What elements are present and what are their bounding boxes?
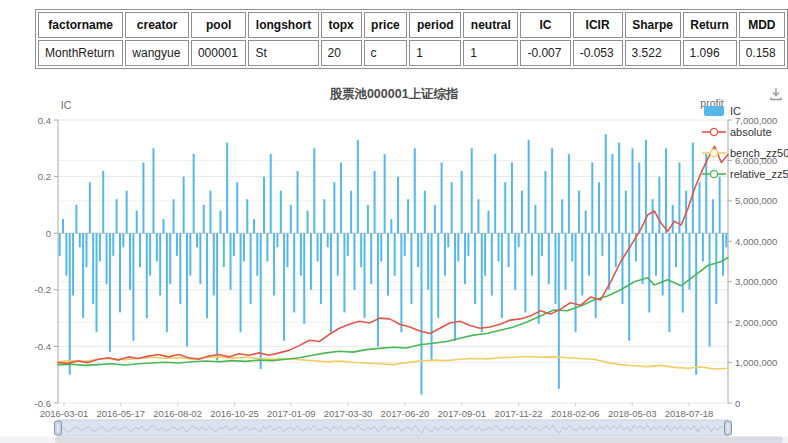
svg-text:-0.2: -0.2 [35, 284, 51, 295]
svg-text:2016-10-25: 2016-10-25 [210, 408, 259, 419]
legend-item-absolute[interactable]: absolute [702, 127, 788, 137]
svg-text:-0.4: -0.4 [35, 341, 51, 352]
svg-text:2017-11-22: 2017-11-22 [495, 408, 543, 419]
legend-label: relative_zz500 [730, 168, 788, 180]
legend-item-relative_zz500[interactable]: relative_zz500 [702, 169, 788, 179]
svg-text:1,000,000: 1,000,000 [735, 357, 777, 368]
svg-text:2017-01-09: 2017-01-09 [267, 408, 316, 419]
legend-line-marker [702, 168, 726, 180]
svg-text:5,000,000: 5,000,000 [735, 195, 777, 206]
svg-text:2,000,000: 2,000,000 [735, 317, 777, 328]
svg-text:2016-03-01: 2016-03-01 [40, 408, 89, 419]
datazoom-slider[interactable] [58, 420, 728, 436]
legend-bar-swatch [702, 105, 726, 117]
legend-label: IC [730, 105, 741, 117]
chart-legend: ICabsolutebench_zz500relative_zz500 [702, 106, 788, 190]
svg-text:2017-06-20: 2017-06-20 [381, 408, 430, 419]
svg-text:2018-05-03: 2018-05-03 [608, 408, 657, 419]
svg-text:2016-08-02: 2016-08-02 [153, 408, 202, 419]
legend-line-marker [702, 147, 726, 159]
svg-text:2018-02-06: 2018-02-06 [551, 408, 600, 419]
svg-text:-0.6: -0.6 [35, 398, 51, 409]
svg-text:2017-03-30: 2017-03-30 [324, 408, 373, 419]
svg-text:0: 0 [46, 228, 51, 239]
page: factorname creator pool longshort topx p… [0, 0, 788, 443]
svg-text:0.2: 0.2 [38, 171, 51, 182]
svg-text:0.4: 0.4 [38, 115, 51, 126]
chart-plot[interactable]: 0.40.20-0.2-0.4-0.67,000,0006,000,0005,0… [0, 0, 788, 443]
svg-text:2017-09-01: 2017-09-01 [437, 408, 486, 419]
svg-text:0: 0 [735, 398, 740, 409]
legend-item-IC[interactable]: IC [702, 106, 788, 116]
svg-text:3,000,000: 3,000,000 [735, 276, 777, 287]
svg-text:4,000,000: 4,000,000 [735, 236, 777, 247]
legend-item-bench_zz500[interactable]: bench_zz500 [702, 148, 788, 158]
legend-label: bench_zz500 [730, 147, 788, 159]
svg-text:2016-05-17: 2016-05-17 [97, 408, 146, 419]
legend-line-marker [702, 126, 726, 138]
legend-label: absolute [730, 126, 772, 138]
svg-text:2018-07-18: 2018-07-18 [665, 408, 714, 419]
horizontal-scrollbar-thumb[interactable] [55, 437, 783, 443]
